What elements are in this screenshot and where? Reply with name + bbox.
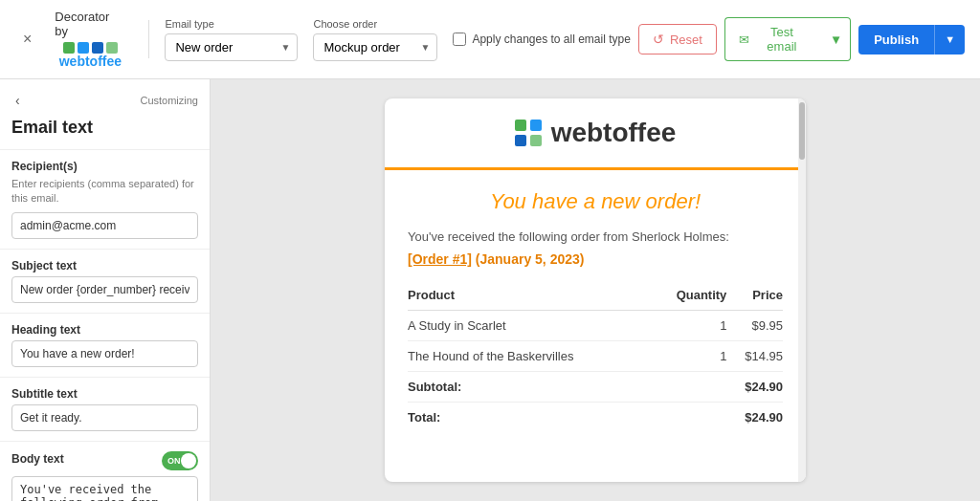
email-logo-inner: webtoffee xyxy=(515,118,677,148)
body-toggle-row: Body text ON xyxy=(11,451,198,470)
publish-button[interactable]: Publish xyxy=(858,25,934,54)
subtitle-input[interactable] xyxy=(11,404,198,431)
email-order-date: (January 5, 2023) xyxy=(476,251,585,267)
col-product: Product xyxy=(408,280,653,311)
content-area: webtoffee You have a new order! You've r… xyxy=(211,79,980,501)
envelope-icon: ✉ xyxy=(739,33,749,47)
total-label: Total: xyxy=(408,403,653,433)
logo-squares xyxy=(63,42,118,54)
email-type-select[interactable]: New orderProcessing orderCompleted order… xyxy=(165,33,298,61)
sidebar-header: ‹ Customizing xyxy=(0,79,210,118)
heading-label: Heading text xyxy=(11,323,198,337)
toggle-on-label: ON xyxy=(167,456,181,466)
sidebar-title: Email text xyxy=(0,118,210,149)
cell-price: $14.95 xyxy=(726,341,783,372)
scrollbar[interactable] xyxy=(798,98,806,482)
email-type-select-wrap: New orderProcessing orderCompleted order… xyxy=(165,33,298,61)
subject-section: Subject text xyxy=(0,249,210,313)
sidebar: ‹ Customizing Email text Recipient(s) En… xyxy=(0,79,211,501)
test-email-button[interactable]: ✉ Test email xyxy=(724,17,822,61)
table-header-row: Product Quantity Price xyxy=(408,280,783,311)
recipient-desc: Enter recipients (comma separated) for t… xyxy=(11,177,198,207)
topbar: × Decorator by webtoffee Email type New … xyxy=(0,0,980,79)
cell-product: A Study in Scarlet xyxy=(408,311,653,341)
body-textarea[interactable]: You've received the following order from… xyxy=(11,476,198,501)
test-email-group: ✉ Test email ▼ xyxy=(724,17,851,61)
subtotal-value: $24.90 xyxy=(726,372,783,403)
publish-dropdown-button[interactable]: ▼ xyxy=(934,25,965,54)
email-table: Product Quantity Price A Study in Scarle… xyxy=(408,280,783,432)
email-type-label: Email type xyxy=(165,18,298,30)
subject-input[interactable] xyxy=(11,276,198,303)
recipient-input[interactable] xyxy=(11,212,198,239)
heading-input[interactable] xyxy=(11,340,198,367)
cell-product: The Hound of the Baskervilles xyxy=(408,341,653,372)
main-area: ‹ Customizing Email text Recipient(s) En… xyxy=(0,79,980,501)
apply-all-label[interactable]: Apply changes to all email type xyxy=(453,33,630,46)
body-toggle[interactable]: ON xyxy=(162,451,198,470)
close-button[interactable]: × xyxy=(15,27,39,52)
publish-group: Publish ▼ xyxy=(858,25,965,54)
logo-sq-green xyxy=(63,42,75,54)
col-price: Price xyxy=(726,280,783,311)
choose-order-select-wrap: Mockup orderReal order ▼ xyxy=(313,33,437,61)
email-body: You have a new order! You've received th… xyxy=(385,170,806,451)
subject-label: Subject text xyxy=(11,259,198,272)
email-preview: webtoffee You have a new order! You've r… xyxy=(385,98,806,482)
divider xyxy=(148,20,149,58)
subtotal-label: Subtotal: xyxy=(408,372,653,403)
apply-all-checkbox[interactable] xyxy=(453,33,466,46)
sidebar-back-button[interactable]: ‹ xyxy=(11,89,24,112)
subtitle-label: Subtitle text xyxy=(11,387,198,401)
logo-sq-blue xyxy=(78,42,89,54)
cell-quantity: 1 xyxy=(653,311,727,341)
reset-button[interactable]: ↺ Reset xyxy=(638,24,717,54)
body-label: Body text xyxy=(11,452,64,466)
scrollbar-thumb xyxy=(799,102,805,160)
email-sq-lightgreen xyxy=(530,135,542,146)
recipient-label: Recipient(s) xyxy=(11,160,198,173)
logo-brand: webtoffee xyxy=(59,54,122,69)
choose-order-group: Choose order Mockup orderReal order ▼ xyxy=(313,18,437,61)
email-heading: You have a new order! xyxy=(408,189,783,214)
email-logo-squares xyxy=(515,120,542,146)
body-section: Body text ON You've received the followi… xyxy=(0,441,210,501)
toggle-knob xyxy=(181,453,196,468)
logo-sq-green2 xyxy=(106,42,118,54)
email-order-link: [Order #1] xyxy=(408,251,472,267)
email-sq-darkblue xyxy=(515,135,526,146)
logo-title: Decorator by xyxy=(55,10,125,38)
table-row: The Hound of the Baskervilles1$14.95 xyxy=(408,341,783,372)
logo-sq-blue2 xyxy=(92,42,103,54)
email-intro: You've received the following order from… xyxy=(408,229,783,244)
email-sq-green xyxy=(515,120,526,131)
table-row: A Study in Scarlet1$9.95 xyxy=(408,311,783,341)
cell-price: $9.95 xyxy=(726,311,783,341)
choose-order-select[interactable]: Mockup orderReal order xyxy=(313,33,437,61)
cell-quantity: 1 xyxy=(653,341,727,372)
recipient-section: Recipient(s) Enter recipients (comma sep… xyxy=(0,149,210,249)
total-value: $24.90 xyxy=(726,403,783,433)
col-quantity: Quantity xyxy=(653,280,727,311)
email-type-group: Email type New orderProcessing orderComp… xyxy=(165,18,298,61)
reset-icon: ↺ xyxy=(653,32,664,47)
subtotal-row: Subtotal: $24.90 xyxy=(408,372,783,403)
total-row: Total: $24.90 xyxy=(408,403,783,433)
breadcrumb: Customizing xyxy=(140,95,198,106)
heading-section: Heading text xyxy=(0,313,210,377)
email-sq-blue xyxy=(530,120,542,131)
choose-order-label: Choose order xyxy=(313,18,437,30)
email-brand-name: webtoffee xyxy=(551,118,677,148)
app-logo: Decorator by webtoffee xyxy=(55,10,125,69)
email-order-line: [Order #1] (January 5, 2023) xyxy=(408,251,783,267)
test-email-dropdown-button[interactable]: ▼ xyxy=(822,17,851,61)
email-logo-area: webtoffee xyxy=(385,98,806,170)
topbar-actions: Apply changes to all email type ↺ Reset … xyxy=(453,17,965,61)
subtitle-section: Subtitle text xyxy=(0,377,210,441)
